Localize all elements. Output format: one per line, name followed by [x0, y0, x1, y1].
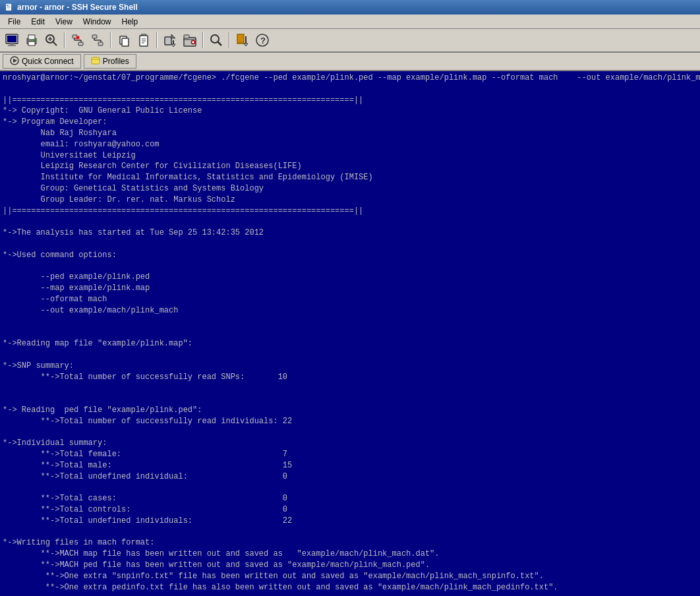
svg-rect-3 — [8, 45, 16, 46]
svg-rect-2 — [10, 44, 14, 45]
svg-rect-19 — [92, 35, 97, 38]
paste-button[interactable] — [134, 32, 153, 49]
svg-rect-5 — [28, 35, 35, 40]
svg-rect-6 — [28, 42, 35, 45]
toolbar: ? — [0, 29, 700, 53]
bookmarks-button[interactable] — [233, 32, 252, 49]
menu-view[interactable]: View — [50, 16, 78, 28]
svg-marker-32 — [171, 34, 175, 38]
svg-rect-31 — [165, 37, 171, 45]
settings-button[interactable] — [88, 32, 107, 49]
separator-5 — [229, 32, 230, 48]
app-icon: 🖥 — [4, 2, 13, 13]
svg-marker-49 — [13, 59, 17, 63]
separator-1 — [64, 32, 65, 48]
menu-help[interactable]: Help — [117, 16, 144, 28]
profiles-icon — [91, 56, 100, 67]
menu-bar: File Edit View Window Help — [0, 15, 700, 29]
new-connection-button[interactable] — [3, 32, 21, 49]
svg-rect-25 — [122, 38, 129, 46]
separator-3 — [156, 32, 158, 48]
svg-rect-1 — [7, 36, 16, 42]
separator-2 — [110, 32, 111, 48]
menu-window[interactable]: Window — [78, 16, 117, 28]
svg-point-7 — [34, 40, 36, 42]
svg-line-41 — [218, 42, 222, 46]
title-bar: 🖥 arnor - arnor - SSH Secure Shell — [0, 0, 700, 15]
zoom-button[interactable] — [42, 32, 61, 49]
profiles-button[interactable]: Profiles — [84, 54, 136, 69]
svg-rect-20 — [98, 42, 103, 45]
svg-rect-13 — [78, 42, 83, 45]
print-button[interactable] — [22, 32, 41, 49]
svg-rect-50 — [92, 57, 100, 64]
separator-4 — [202, 32, 204, 48]
svg-rect-36 — [184, 35, 189, 38]
svg-marker-34 — [171, 44, 175, 47]
find-button[interactable] — [207, 32, 225, 49]
quick-connect-icon — [10, 56, 19, 67]
window-title: arnor - arnor - SSH Secure Shell — [17, 3, 138, 12]
svg-line-9 — [53, 42, 57, 46]
nav-bar: Quick Connect Profiles — [0, 53, 700, 71]
send-file-button[interactable] — [161, 32, 179, 49]
quick-connect-button[interactable]: Quick Connect — [3, 54, 81, 69]
quick-connect-label: Quick Connect — [22, 57, 74, 66]
svg-text:?: ? — [260, 36, 266, 45]
menu-file[interactable]: File — [3, 16, 26, 28]
svg-point-40 — [211, 35, 219, 43]
disconnect-button[interactable] — [69, 32, 87, 49]
terminal-output[interactable]: nroshyar@arnor:~/genstat/07_programme/fc… — [0, 71, 700, 596]
profiles-label: Profiles — [103, 57, 129, 66]
menu-edit[interactable]: Edit — [26, 16, 50, 28]
help-button[interactable]: ? — [253, 32, 272, 49]
copy-button[interactable] — [115, 32, 133, 49]
sftp-button[interactable] — [181, 32, 199, 49]
svg-marker-45 — [244, 44, 248, 46]
